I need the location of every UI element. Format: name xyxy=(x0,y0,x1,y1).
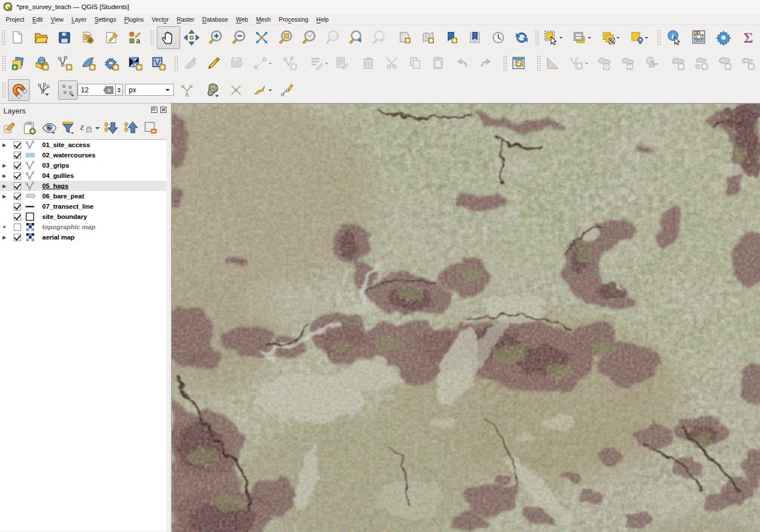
svg-text:i: i xyxy=(672,32,674,40)
svg-text:a: a xyxy=(136,36,140,44)
svg-text:ε: ε xyxy=(80,121,84,132)
svg-text:Σ: Σ xyxy=(743,30,753,45)
svg-text:(1:1): (1:1) xyxy=(330,34,339,39)
